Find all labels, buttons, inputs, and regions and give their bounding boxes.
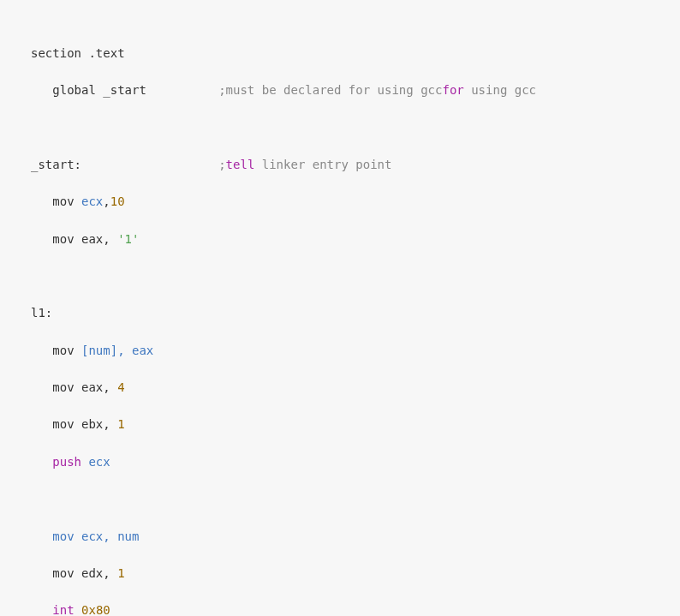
- code-string: '1': [117, 232, 139, 246]
- code-line: mov ecx, num: [31, 528, 649, 547]
- code-token: mov eax,: [31, 380, 117, 394]
- code-token: mov eax,: [31, 232, 117, 246]
- code-comment: ;must be declared for using gcc: [218, 83, 442, 97]
- code-instruction: push: [52, 455, 81, 469]
- code-instruction: int: [52, 603, 74, 616]
- code-line: mov [num], eax: [31, 342, 649, 361]
- code-line: global _start ;must be declared for usin…: [31, 81, 649, 100]
- assembly-code-block: section .text global _start ;must be dec…: [0, 0, 680, 616]
- code-token: section .text: [31, 46, 125, 60]
- code-token: [num], eax: [81, 344, 153, 357]
- code-number: 1: [117, 566, 124, 580]
- code-token: mov ecx, num: [31, 529, 139, 543]
- code-line: l1:: [31, 304, 649, 323]
- code-comment: ;: [218, 158, 225, 171]
- code-token: mov: [31, 344, 81, 357]
- code-indent: [31, 455, 52, 469]
- code-label: l1:: [31, 306, 52, 320]
- code-indent: [31, 603, 52, 616]
- code-keyword: for: [442, 83, 463, 97]
- code-line: _start: ;tell linker entry point: [31, 156, 649, 175]
- code-token: mov: [31, 194, 81, 208]
- code-token: mov ebx,: [31, 417, 117, 431]
- code-line: mov ebx, 1: [31, 416, 649, 434]
- code-token: ,: [103, 194, 110, 208]
- code-token: global _start: [31, 83, 218, 97]
- code-number: 4: [117, 380, 124, 394]
- code-line: push ecx: [31, 453, 649, 472]
- code-line: section .text: [31, 45, 649, 63]
- code-line: mov edx, 1: [31, 565, 649, 583]
- code-keyword: tell: [226, 158, 255, 171]
- code-line: [31, 118, 649, 137]
- code-line: [31, 490, 649, 509]
- code-register: ecx: [81, 455, 110, 469]
- code-token: [75, 603, 81, 616]
- code-comment: linker entry point: [254, 158, 391, 171]
- code-comment: using gcc: [464, 83, 536, 97]
- code-line: [31, 267, 649, 286]
- code-token: mov edx,: [31, 566, 117, 580]
- code-number: 1: [117, 417, 124, 431]
- code-token: _start:: [31, 158, 218, 171]
- code-line: mov eax, '1': [31, 230, 649, 249]
- code-line: mov eax, 4: [31, 379, 649, 398]
- code-number: 10: [110, 194, 125, 208]
- code-line: mov ecx,10: [31, 193, 649, 212]
- code-line: int 0x80: [31, 601, 649, 616]
- code-register: ecx: [81, 194, 103, 208]
- code-number: 0x80: [81, 603, 110, 616]
